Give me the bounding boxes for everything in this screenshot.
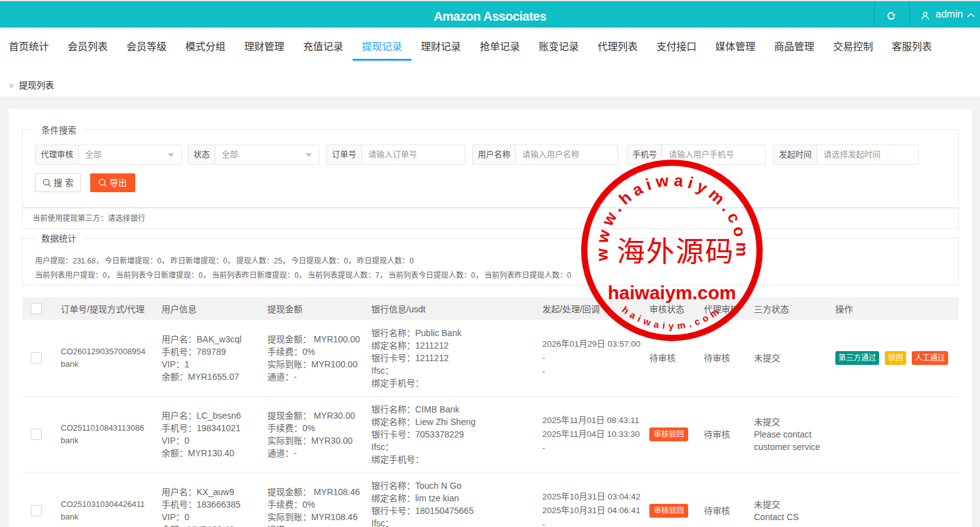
svg-text:海外源码: 海外源码 [617, 237, 735, 268]
svg-text:haiwaiym.com: haiwaiym.com [607, 282, 736, 303]
